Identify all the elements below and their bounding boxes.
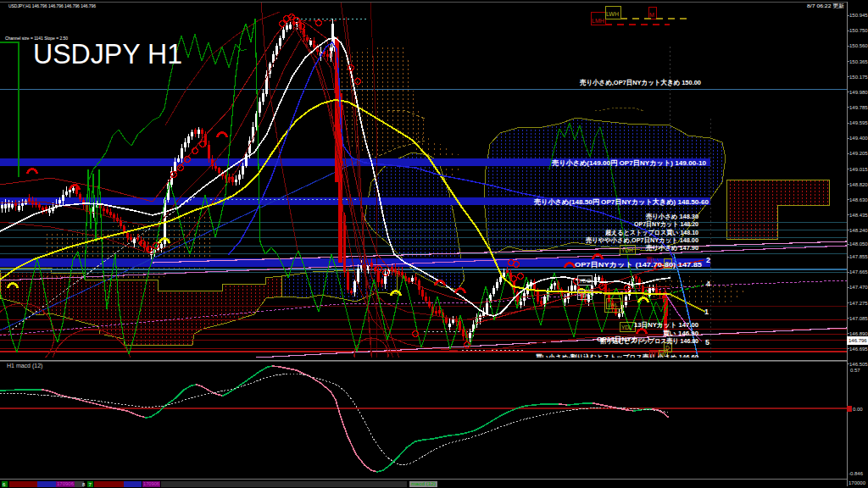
svg-text:1: 1 <box>704 308 709 316</box>
svg-text:148.435: 148.435 <box>849 213 868 218</box>
svg-text:150.750: 150.750 <box>849 28 868 33</box>
svg-text:150.365: 150.365 <box>849 59 868 64</box>
svg-text:売り小さめ,OP7日NYカット大きめ 150.00: 売り小さめ,OP7日NYカット大きめ 150.00 <box>580 79 702 86</box>
svg-text:150.560: 150.560 <box>849 43 868 48</box>
svg-text:2: 2 <box>706 256 710 264</box>
svg-text:146.695: 146.695 <box>849 347 868 352</box>
svg-text:買い: 買い <box>646 256 659 263</box>
svg-text:0.57: 0.57 <box>850 368 860 373</box>
svg-text:170906: 170906 <box>143 482 160 486</box>
svg-text:170906: 170906 <box>57 482 75 486</box>
svg-text:149.400: 149.400 <box>849 136 868 141</box>
svg-text:146.890: 146.890 <box>849 331 868 336</box>
svg-text:150.945: 150.945 <box>849 13 868 18</box>
svg-text:M: M <box>649 12 654 18</box>
svg-text:OP7日NYカット 148.20: OP7日NYカット 148.20 <box>634 220 698 228</box>
svg-text:-0.846: -0.846 <box>849 471 864 476</box>
svg-text:150.175: 150.175 <box>849 75 868 80</box>
svg-text:147.665: 147.665 <box>849 269 868 274</box>
svg-text:YDH: YDH <box>621 247 633 253</box>
svg-text:D: D <box>665 345 670 351</box>
svg-text:146.796: 146.796 <box>849 338 867 343</box>
svg-text:YDO: YDO <box>579 278 591 284</box>
svg-text:149.015: 149.015 <box>849 167 868 172</box>
svg-text:5: 5 <box>705 338 709 347</box>
svg-text:170000: 170000 <box>849 480 866 485</box>
svg-text:147.470: 147.470 <box>849 285 868 290</box>
svg-text:149.205: 149.205 <box>849 151 868 156</box>
svg-text:YDL: YDL <box>621 324 632 330</box>
svg-text:売り小さめ(148.50円 OP7日NYカット大きめ): 売り小さめ(148.50円 OP7日NYカット大きめ) 148.50-60 <box>534 198 709 206</box>
svg-text:USDJPY,H1 146.796 146.796 146: USDJPY,H1 146.796 146.796 146.796 146.79… <box>8 3 97 8</box>
svg-text:売り小さめ(149.00円 OP7日NYカット) 14: 売り小さめ(149.00円 OP7日NYカット) 149.00-10 <box>552 159 707 167</box>
svg-text:147.275: 147.275 <box>849 301 868 306</box>
svg-text:割り込むとストップロス売り 146.80: 割り込むとストップロス売り 146.80 <box>599 337 698 345</box>
svg-text:macd (12): macd (12) <box>411 481 436 486</box>
svg-text:148.240: 148.240 <box>849 228 868 233</box>
svg-text:147.855: 147.855 <box>849 254 868 259</box>
svg-text:148.820: 148.820 <box>849 182 868 187</box>
svg-text:LMH: LMH <box>592 18 604 24</box>
svg-text:0.00: 0.00 <box>853 407 863 412</box>
svg-text:149.595: 149.595 <box>849 120 868 125</box>
svg-text:YDC: YDC <box>579 292 591 298</box>
svg-text:148.630: 148.630 <box>849 197 868 202</box>
svg-text:147.085: 147.085 <box>849 316 868 321</box>
svg-text:148.050: 148.050 <box>849 241 868 247</box>
svg-text:146.505: 146.505 <box>849 362 868 367</box>
svg-text:LWL: LWL <box>608 302 619 308</box>
svg-text:LWH: LWH <box>606 11 619 17</box>
svg-text:149.980: 149.980 <box>849 90 868 95</box>
svg-text:H1 macd (12): H1 macd (12) <box>7 363 42 369</box>
svg-text:USDJPY H1: USDJPY H1 <box>33 37 182 69</box>
svg-text:8/7 06:22 更新: 8/7 06:22 更新 <box>807 3 844 8</box>
svg-text:超えるとストップロス買い 148.10: 超えるとストップロス買い 148.10 <box>604 229 698 236</box>
svg-text:149.785: 149.785 <box>849 105 868 110</box>
svg-text:買い 146.90: 買い 146.90 <box>662 330 698 337</box>
svg-text:4: 4 <box>706 280 710 288</box>
svg-text:売り小さめ 147.90: 売り小さめ 147.90 <box>646 244 698 252</box>
svg-text:13日NYカット 147.00: 13日NYカット 147.00 <box>634 321 698 329</box>
svg-text:OP7日NYカット (147.70-80) 147.85: OP7日NYカット (147.70-80) 147.85 <box>575 261 703 269</box>
svg-text:売り小さめ 148.30: 売り小さめ 148.30 <box>646 213 698 220</box>
